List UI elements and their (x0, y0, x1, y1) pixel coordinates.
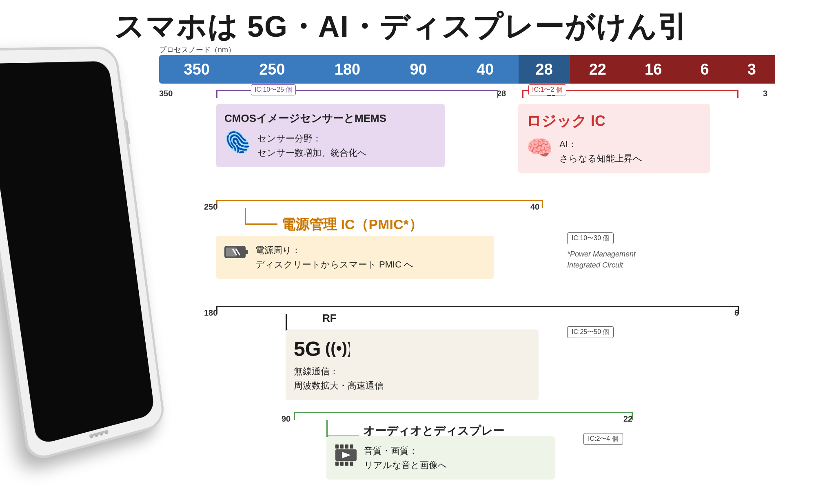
logic-line-v-left (522, 90, 523, 98)
logic-ic-badge: IC:1〜2 個 (528, 84, 566, 95)
pmic-footnote-line2: Integrated Circuit (567, 260, 636, 271)
phone-body (0, 46, 166, 463)
pmic-title: 電源管理 IC（PMIC*） (282, 215, 423, 234)
audio-text: 音質・画質： リアルな音と画像へ (364, 444, 447, 472)
cmos-ic-badge: IC:10〜25 個 (251, 84, 296, 95)
pmic-footnote: *Power Management Integrated Circuit (567, 249, 636, 271)
pmic-label-40: 40 (530, 202, 539, 212)
svg-rect-11 (340, 462, 344, 466)
svg-rect-10 (335, 462, 339, 466)
rf-label-6: 6 (734, 308, 739, 318)
bar-num-350: 350 (180, 61, 214, 78)
bar-num-180: 180 (330, 61, 364, 78)
bar-dark-blue: 28 (519, 55, 570, 84)
bar-num-40: 40 (472, 61, 498, 78)
logic-box: ロジック IC 🧠 AI： さらなる知能上昇へ (518, 104, 710, 173)
cmos-box: CMOSイメージセンサーとMEMS 🫆 センサー分野： センサー数増加、統合化へ (216, 104, 445, 167)
cmos-content: 🫆 センサー分野： センサー数増加、統合化へ (224, 131, 437, 160)
audio-content: 音質・画質： リアルな音と画像へ (335, 444, 547, 472)
cmos-text: センサー分野： センサー数増加、統合化へ (257, 131, 367, 160)
audio-display-icon (335, 444, 357, 466)
process-bar: 350 250 180 90 40 28 22 16 6 3 (159, 55, 775, 84)
rf-ic-badge: IC:25〜50 個 (567, 326, 614, 338)
audio-field-label: 音質・画質： (364, 446, 418, 456)
pmic-footnote-line1: *Power Management (567, 249, 636, 260)
logic-title: ロジック IC (526, 111, 702, 131)
audio-range-line (294, 412, 632, 413)
bar-num-6: 6 (696, 61, 713, 78)
process-node-label: プロセスノード（nm） (159, 45, 235, 55)
bar-num-250: 250 (255, 61, 289, 78)
rf-field-label: 無線通信： (294, 366, 339, 376)
cmos-field-label: センサー分野： (257, 133, 322, 144)
pmic-connector-v (245, 208, 246, 224)
logic-field-label: AI： (559, 139, 577, 149)
cmos-line-v-left (216, 90, 217, 98)
svg-rect-7 (340, 444, 344, 449)
bar-num-28: 28 (532, 61, 557, 78)
pmic-label-250: 250 (204, 202, 217, 212)
rf-range-line (216, 306, 738, 307)
svg-rect-8 (345, 444, 348, 449)
pmic-text: 電源周り： ディスクリートからスマート PMIC へ (255, 243, 413, 272)
logic-text: AI： さらなる知能上昇へ (559, 137, 642, 166)
audio-field-detail: リアルな音と画像へ (364, 460, 447, 470)
pmic-line-v-right (542, 200, 543, 208)
rf-field-detail: 周波数拡大・高速通信 (294, 380, 384, 391)
scale-350: 350 (159, 89, 173, 98)
audio-ic-badge: IC:2〜4 個 (583, 433, 623, 445)
pmic-box: 電源周り： ディスクリートからスマート PMIC へ (216, 236, 494, 279)
battery-icon (224, 245, 249, 261)
cmos-field-detail: センサー数増加、統合化へ (257, 148, 367, 158)
audio-icons (335, 444, 357, 466)
rf-title: 5G ((•)) (294, 337, 530, 361)
scale-28: 28 (497, 89, 506, 98)
rf-text: 無線通信： 周波数拡大・高速通信 (294, 364, 530, 393)
signal-icon: ((•)) (325, 337, 350, 361)
bar-blue: 350 250 180 90 40 (159, 55, 519, 84)
svg-rect-13 (350, 462, 353, 466)
phone-illustration (0, 49, 180, 477)
audio-label-90: 90 (282, 414, 290, 424)
pmic-connector-h (245, 223, 277, 225)
bar-num-16: 16 (641, 61, 666, 78)
pmic-range-line (216, 200, 543, 201)
phone-power-button (125, 120, 131, 144)
bar-dark-red: 22 16 6 3 (570, 55, 775, 84)
logic-content: 🧠 AI： さらなる知能上昇へ (526, 137, 702, 166)
logic-line-v-right (737, 90, 738, 98)
pmic-ic-badge: IC:10〜30 個 (567, 232, 614, 244)
audio-line-v-left (294, 412, 295, 420)
cmos-title: CMOSイメージセンサーとMEMS (224, 111, 437, 126)
bar-num-90: 90 (406, 61, 431, 78)
svg-rect-9 (350, 444, 353, 449)
bar-num-3: 3 (743, 61, 760, 78)
logic-field-detail: さらなる知能上昇へ (559, 153, 642, 164)
rf-box: 5G ((•)) 無線通信： 周波数拡大・高速通信 (286, 329, 539, 400)
cmos-line-v-right (497, 90, 498, 98)
audio-box: 音質・画質： リアルな音と画像へ (326, 436, 555, 480)
svg-text:((•)): ((•)) (325, 339, 350, 357)
svg-rect-2 (245, 250, 248, 254)
pmic-power-detail: ディスクリートからスマート PMIC へ (255, 259, 413, 270)
scale-3: 3 (763, 89, 767, 98)
rf-label-180: 180 (204, 308, 217, 318)
audio-label-22: 22 (623, 414, 632, 424)
rf-connector-v (286, 314, 287, 330)
svg-rect-6 (335, 444, 339, 449)
page-title: スマホは 5G・AI・ディスプレーがけん引 (114, 7, 688, 46)
rf-label: RF (322, 312, 337, 325)
phone-screen (0, 61, 155, 446)
brain-icon: 🧠 (526, 137, 553, 158)
svg-rect-12 (345, 462, 348, 466)
bar-num-22: 22 (585, 61, 610, 78)
audio-connector-v (326, 420, 328, 436)
rf-5g-text: 5G (294, 337, 321, 361)
pmic-content: 電源周り： ディスクリートからスマート PMIC へ (224, 243, 486, 272)
fingerprint-icon: 🫆 (224, 131, 251, 153)
pmic-power-label: 電源周り： (255, 245, 301, 255)
